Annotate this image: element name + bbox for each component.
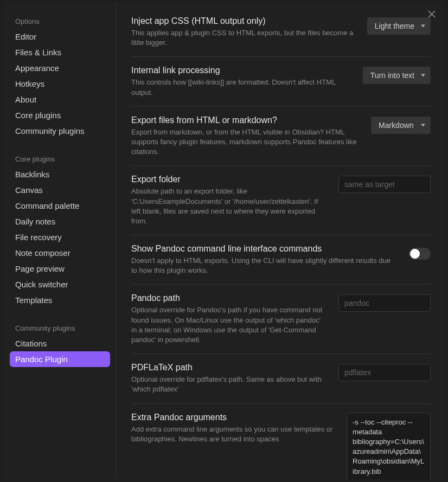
sidebar-item-citations[interactable]: Citations [2, 336, 116, 351]
toggle[interactable] [409, 248, 431, 260]
sidebar-item-page-preview[interactable]: Page preview [2, 261, 116, 277]
sidebar-heading: Community plugins [2, 320, 116, 336]
setting-row: Show Pandoc command line interface comma… [131, 235, 431, 284]
sidebar-item-hotkeys[interactable]: Hotkeys [2, 76, 116, 92]
setting-row: Inject app CSS (HTML output only)This ap… [131, 8, 431, 56]
dropdown[interactable]: Light theme [367, 17, 431, 35]
setting-description: Doesn't apply to HTML exports. Using the… [131, 256, 396, 275]
sidebar-item-command-palette[interactable]: Command palette [2, 198, 116, 214]
sidebar-heading: Options [2, 13, 116, 29]
sidebar-item-community-plugins[interactable]: Community plugins [2, 123, 116, 139]
setting-title: Show Pandoc command line interface comma… [131, 244, 396, 254]
dropdown[interactable]: Markdown [371, 117, 431, 134]
setting-title: Extra Pandoc arguments [131, 413, 334, 422]
dropdown[interactable]: Turn into text [363, 67, 431, 84]
setting-row: Extra Pandoc argumentsAdd extra command … [131, 403, 431, 479]
sidebar-item-file-recovery[interactable]: File recovery [2, 229, 116, 245]
setting-description: This controls how [[wiki-links]] are for… [131, 78, 350, 97]
sidebar-item-appearance[interactable]: Appearance [2, 60, 116, 76]
setting-row: Pandoc pathOptional override for Pandoc'… [131, 284, 431, 354]
settings-sidebar: OptionsEditorFiles & LinksAppearanceHotk… [2, 2, 116, 479]
setting-description: This applies app & plugin CSS to HTML ex… [131, 28, 354, 48]
setting-row: Export files from HTML or markdown?Expor… [131, 106, 431, 166]
setting-title: Export folder [131, 175, 325, 184]
setting-row: PDFLaTeX pathOptional override for pdfla… [131, 354, 431, 403]
setting-row: Internal link processingThis controls ho… [131, 56, 431, 106]
close-icon[interactable] [427, 10, 436, 21]
setting-title: Inject app CSS (HTML output only) [131, 16, 354, 26]
sidebar-item-note-composer[interactable]: Note composer [2, 245, 116, 261]
settings-content: Inject app CSS (HTML output only)This ap… [116, 2, 446, 479]
text-input[interactable] [338, 364, 431, 381]
setting-description: Absolute path to an export folder, like … [131, 187, 325, 226]
sidebar-heading: Core plugins [2, 151, 116, 166]
sidebar-item-core-plugins[interactable]: Core plugins [2, 107, 116, 123]
sidebar-item-pandoc-plugin[interactable]: Pandoc Plugin [10, 351, 110, 367]
sidebar-item-files-links[interactable]: Files & Links [2, 44, 116, 60]
sidebar-item-canvas[interactable]: Canvas [2, 182, 116, 198]
sidebar-item-daily-notes[interactable]: Daily notes [2, 214, 116, 229]
sidebar-item-quick-switcher[interactable]: Quick switcher [2, 277, 116, 292]
textarea-input[interactable] [347, 413, 431, 479]
setting-description: Export from markdown, or from the HTML v… [131, 127, 358, 157]
sidebar-item-editor[interactable]: Editor [2, 29, 116, 44]
text-input[interactable] [338, 294, 431, 312]
sidebar-item-backlinks[interactable]: Backlinks [2, 166, 116, 182]
text-input[interactable] [338, 176, 431, 193]
setting-description: Add extra command line arguments so you … [131, 425, 334, 444]
setting-title: Export files from HTML or markdown? [131, 115, 358, 125]
sidebar-item-templates[interactable]: Templates [2, 292, 116, 308]
sidebar-item-about[interactable]: About [2, 92, 116, 107]
setting-title: Internal link processing [131, 66, 350, 75]
settings-modal: OptionsEditorFiles & LinksAppearanceHotk… [2, 2, 446, 479]
setting-title: Pandoc path [131, 293, 325, 303]
setting-title: PDFLaTeX path [131, 363, 325, 372]
setting-description: Optional override for pdflatex's path. S… [131, 375, 325, 394]
setting-row: Export folderAbsolute path to an export … [131, 165, 431, 235]
setting-description: Optional override for Pandoc's path if y… [131, 305, 325, 345]
